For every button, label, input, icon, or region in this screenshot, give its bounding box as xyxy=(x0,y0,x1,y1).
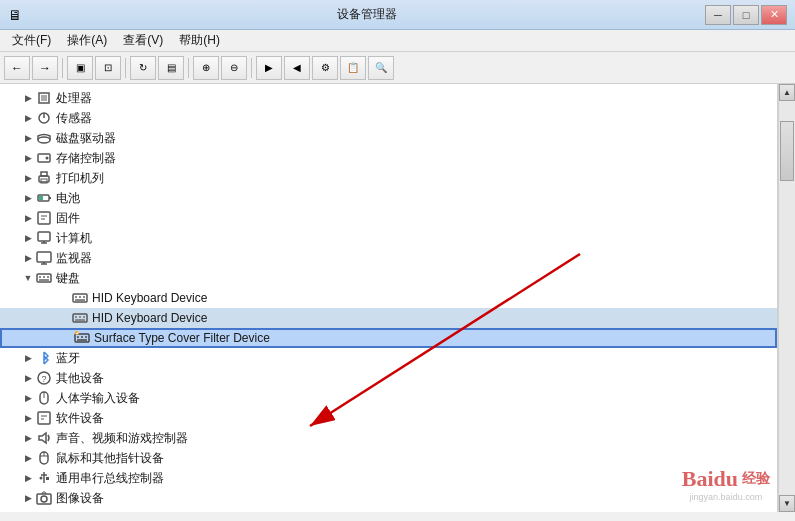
svg-text:?: ? xyxy=(42,374,47,384)
toolbar-btn-8[interactable]: ⊖ xyxy=(221,56,247,80)
expand-icon: ▶ xyxy=(20,210,36,226)
scrollbar-track[interactable] xyxy=(779,101,795,495)
hid-icon xyxy=(36,390,52,406)
toolbar-btn-12[interactable]: 📋 xyxy=(340,56,366,80)
tree-label: 固件 xyxy=(56,210,80,227)
expand-icon: ▶ xyxy=(20,490,36,506)
tree-item-monitors[interactable]: ▶ 监视器 xyxy=(0,248,777,268)
toolbar-btn-5[interactable]: ↻ xyxy=(130,56,156,80)
toolbar-btn-6[interactable]: ▤ xyxy=(158,56,184,80)
tree-item-sensors[interactable]: ▶ 传感器 xyxy=(0,108,777,128)
menu-view[interactable]: 查看(V) xyxy=(115,30,171,51)
tree-item-disk-drives[interactable]: ▶ 磁盘驱动器 xyxy=(0,128,777,148)
svg-rect-26 xyxy=(47,276,49,278)
expand-icon: ▶ xyxy=(20,430,36,446)
svg-rect-25 xyxy=(43,276,45,278)
tree-item-other[interactable]: ▶ ? 其他设备 xyxy=(0,368,777,388)
menu-file[interactable]: 文件(F) xyxy=(4,30,59,51)
tree-label: 处理器 xyxy=(56,90,92,107)
other-icon: ? xyxy=(36,370,52,386)
toolbar: ← → ▣ ⊡ ↻ ▤ ⊕ ⊖ ▶ ◀ xyxy=(0,52,795,84)
expand-icon: ▶ xyxy=(20,170,36,186)
toolbar-icon-10: ◀ xyxy=(293,62,301,73)
svg-rect-19 xyxy=(37,252,51,262)
toolbar-btn-3[interactable]: ▣ xyxy=(67,56,93,80)
printer-icon xyxy=(36,170,52,186)
window: 🖥 设备管理器 ─ □ ✕ 文件(F) 操作(A) 查看(V) 帮助(H) xyxy=(0,0,795,512)
svg-point-6 xyxy=(46,157,49,160)
toolbar-btn-10[interactable]: ◀ xyxy=(284,56,310,80)
svg-rect-39 xyxy=(77,336,79,338)
tree-item-storage[interactable]: ▶ 存储控制器 xyxy=(0,148,777,168)
window-title: 设备管理器 xyxy=(28,6,705,23)
tree-item-hid[interactable]: ▶ 人体学输入设备 xyxy=(0,388,777,408)
storage-icon xyxy=(36,150,52,166)
tree-item-sound[interactable]: ▶ 声音、视频和游戏控制器 xyxy=(0,428,777,448)
scroll-up-button[interactable]: ▲ xyxy=(779,84,795,101)
menu-help[interactable]: 帮助(H) xyxy=(171,30,228,51)
tree-item-keyboards[interactable]: ▼ 键盘 xyxy=(0,268,777,288)
scroll-down-button[interactable]: ▼ xyxy=(779,495,795,512)
back-button[interactable]: ← xyxy=(4,56,30,80)
tree-label: 监视器 xyxy=(56,250,92,267)
expand-icon: ▶ xyxy=(20,410,36,426)
tree-label: 磁盘驱动器 xyxy=(56,130,116,147)
svg-rect-13 xyxy=(38,212,50,224)
hid-keyboard-icon xyxy=(72,290,88,306)
no-expand xyxy=(56,290,72,306)
toolbar-icon-5: ↻ xyxy=(139,62,147,73)
tree-label: HID Keyboard Device xyxy=(92,311,207,325)
toolbar-icon-8: ⊖ xyxy=(230,62,238,73)
tree-item-surface[interactable]: Surface Type Cover Filter Device xyxy=(0,328,777,348)
svg-rect-30 xyxy=(79,296,81,298)
tree-item-usb[interactable]: ▶ 通用串行总线控制器 xyxy=(0,468,777,488)
tree-label: Surface Type Cover Filter Device xyxy=(94,331,270,345)
toolbar-btn-7[interactable]: ⊕ xyxy=(193,56,219,80)
scrollbar[interactable]: ▲ ▼ xyxy=(778,84,795,512)
tree-item-hid1[interactable]: HID Keyboard Device xyxy=(0,288,777,308)
svg-rect-48 xyxy=(38,412,50,424)
toolbar-btn-9[interactable]: ▶ xyxy=(256,56,282,80)
processor-icon xyxy=(36,90,52,106)
toolbar-btn-13[interactable]: 🔍 xyxy=(368,56,394,80)
svg-rect-8 xyxy=(41,172,47,176)
menu-action[interactable]: 操作(A) xyxy=(59,30,115,51)
svg-rect-35 xyxy=(79,316,81,318)
tree-item-computer[interactable]: ▶ 计算机 xyxy=(0,228,777,248)
tree-item-firmware[interactable]: ▶ 固件 xyxy=(0,208,777,228)
svg-rect-37 xyxy=(75,319,85,321)
menu-bar: 文件(F) 操作(A) 查看(V) 帮助(H) xyxy=(0,30,795,52)
tree-label: 软件设备 xyxy=(56,410,104,427)
forward-button[interactable]: → xyxy=(32,56,58,80)
minimize-icon: ─ xyxy=(714,9,722,21)
tree-label: HID Keyboard Device xyxy=(92,291,207,305)
tree-label: 蓝牙 xyxy=(56,350,80,367)
mouse-icon xyxy=(36,450,52,466)
svg-rect-31 xyxy=(83,296,85,298)
tree-item-imaging[interactable]: ▶ 图像设备 xyxy=(0,488,777,508)
close-icon: ✕ xyxy=(770,8,779,21)
toolbar-btn-11[interactable]: ⚙ xyxy=(312,56,338,80)
tree-item-print[interactable]: ▶ 打印机列 xyxy=(0,168,777,188)
disk-icon xyxy=(36,130,52,146)
tree-label: 键盘 xyxy=(56,270,80,287)
tree-item-software[interactable]: ▶ 软件设备 xyxy=(0,408,777,428)
minimize-button[interactable]: ─ xyxy=(705,5,731,25)
tree-item-processors[interactable]: ▶ 处理器 xyxy=(0,88,777,108)
tree-item-bluetooth[interactable]: ▶ 蓝牙 xyxy=(0,348,777,368)
device-tree[interactable]: ▶ 处理器 ▶ 传感器 ▶ 磁盘驱动器 xyxy=(0,84,778,512)
toolbar-btn-4[interactable]: ⊡ xyxy=(95,56,121,80)
expand-icon: ▶ xyxy=(20,230,36,246)
close-button[interactable]: ✕ xyxy=(761,5,787,25)
tree-item-battery[interactable]: ▶ 电池 xyxy=(0,188,777,208)
tree-label: 图像设备 xyxy=(56,490,104,507)
maximize-button[interactable]: □ xyxy=(733,5,759,25)
expand-icon: ▶ xyxy=(20,350,36,366)
tree-item-mouse[interactable]: ▶ 鼠标和其他指针设备 xyxy=(0,448,777,468)
expand-icon: ▼ xyxy=(20,270,36,286)
scrollbar-thumb[interactable] xyxy=(780,121,794,181)
svg-point-56 xyxy=(40,477,43,480)
tree-item-hid2[interactable]: HID Keyboard Device xyxy=(0,308,777,328)
main-area: ▶ 处理器 ▶ 传感器 ▶ 磁盘驱动器 xyxy=(0,84,795,512)
surface-keyboard-icon xyxy=(74,330,90,346)
